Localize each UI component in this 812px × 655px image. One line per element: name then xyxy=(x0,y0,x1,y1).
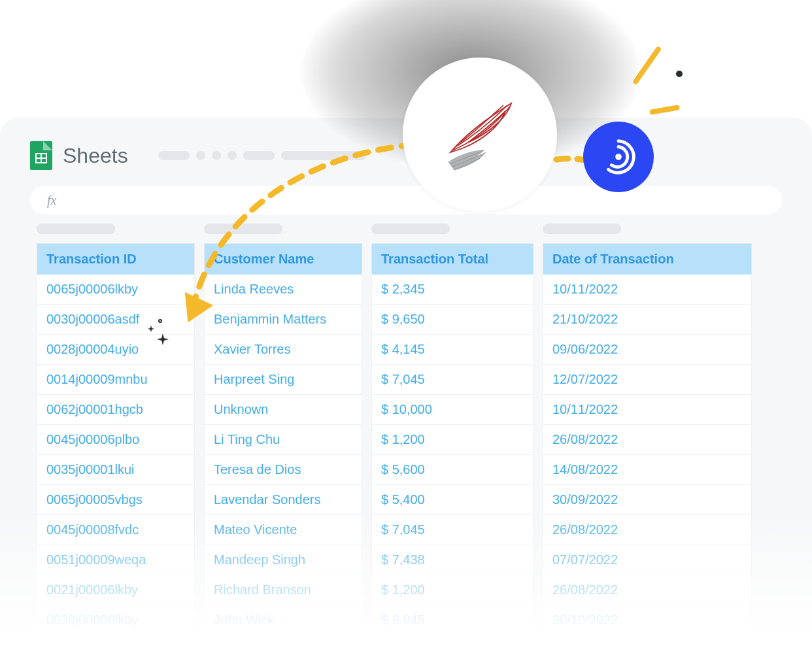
cell-id[interactable]: 0065j00006lkby xyxy=(37,275,195,305)
table-row[interactable]: 0045j00006plboLi Ting Chu$ 1,20026/08/20… xyxy=(37,425,812,455)
cell-id[interactable]: 0051j00009weqa xyxy=(37,545,195,575)
cell-id[interactable]: 0045j00008fvdc xyxy=(37,515,195,545)
table-row[interactable]: 0035j00001lkuiTeresa de Dios$ 5,60014/08… xyxy=(37,455,812,485)
cell-date[interactable]: 26/08/2022 xyxy=(543,425,752,455)
cell-date[interactable]: 28/12/2022 xyxy=(543,635,752,655)
table-row[interactable]: 0028j00004uyioXavier Torres$ 4,14509/06/… xyxy=(37,335,812,365)
cell-id[interactable]: 0021j00006lkby xyxy=(37,575,195,605)
cell-id[interactable]: 0065j00005vbgs xyxy=(37,485,195,515)
cell-total[interactable]: $ 4,245 xyxy=(371,635,533,655)
toolbar-placeholder-group xyxy=(158,151,366,160)
cell-name[interactable]: Hugh Hackman xyxy=(204,635,362,655)
cell-name[interactable]: Teresa de Dios xyxy=(204,455,362,485)
connector-radar-icon xyxy=(598,137,639,177)
cell-name[interactable]: Xavier Torres xyxy=(204,335,362,365)
toolbar-placeholder xyxy=(158,151,190,160)
cell-total[interactable]: $ 5,600 xyxy=(371,455,533,485)
table-row[interactable]: 0065j00005vbgsLavendar Sonders$ 5,40030/… xyxy=(37,485,812,515)
table-row[interactable]: 0065j00006lkbyLinda Reeves$ 2,34510/11/2… xyxy=(37,275,812,305)
column-placeholder-row xyxy=(37,224,812,234)
cell-id[interactable]: 0090j00008uiyt xyxy=(37,635,195,655)
toolbar-placeholder xyxy=(212,151,221,160)
column-placeholder xyxy=(371,224,450,234)
cell-date[interactable]: 07/07/2022 xyxy=(543,545,752,575)
formula-bar[interactable]: fx xyxy=(30,186,782,214)
table-row[interactable]: 0021j00006lkbyRichard Branson$ 1,20026/0… xyxy=(37,575,812,605)
toolbar-placeholder xyxy=(243,151,275,160)
cell-name[interactable]: Mateo Vicente xyxy=(204,515,362,545)
toolbar-placeholder xyxy=(228,151,237,160)
connector-logo-circle xyxy=(583,122,654,192)
toolbar-placeholder xyxy=(196,151,205,160)
cell-id[interactable]: 0014j00009mnbu xyxy=(37,365,195,395)
cell-date[interactable]: 30/10/2022 xyxy=(543,605,752,635)
cell-name[interactable]: Richard Branson xyxy=(204,575,362,605)
cell-total[interactable]: $ 9,650 xyxy=(371,305,533,335)
cell-date[interactable]: 26/08/2022 xyxy=(543,515,752,545)
cell-date[interactable]: 14/08/2022 xyxy=(543,455,752,485)
cell-total[interactable]: $ 7,045 xyxy=(371,515,533,545)
cell-id[interactable]: 0028j00004uyio xyxy=(37,335,195,365)
sheets-window: Sheets fx Transaction ID Customer Name T… xyxy=(0,118,812,655)
table-row[interactable]: 0090j00008uiytHugh Hackman$ 4,24528/12/2… xyxy=(37,635,812,655)
column-placeholder xyxy=(204,224,282,234)
google-sheets-icon xyxy=(30,141,52,170)
cell-total[interactable]: $ 2,345 xyxy=(371,275,533,305)
cell-name[interactable]: Lavendar Sonders xyxy=(204,485,362,515)
col-header-transaction-id[interactable]: Transaction ID xyxy=(37,243,195,275)
cell-date[interactable]: 30/09/2022 xyxy=(543,485,752,515)
col-header-date[interactable]: Date of Transaction xyxy=(543,243,752,275)
cell-id[interactable]: 0062j00001hgcb xyxy=(37,395,195,425)
cell-name[interactable]: Li Ting Chu xyxy=(204,425,362,455)
sql-server-logo-circle xyxy=(403,58,557,212)
cell-total[interactable]: $ 5,400 xyxy=(371,485,533,515)
table-row[interactable]: 0045j00008fvdcMateo Vicente$ 7,04526/08/… xyxy=(37,515,812,545)
cell-id[interactable]: 0030j00006asdf xyxy=(37,305,195,335)
cell-date[interactable]: 10/11/2022 xyxy=(543,275,752,305)
table-header-row: Transaction ID Customer Name Transaction… xyxy=(37,243,812,275)
fx-label: fx xyxy=(47,193,56,208)
cell-date[interactable]: 09/06/2022 xyxy=(543,335,752,365)
column-placeholder xyxy=(543,224,621,234)
col-header-transaction-total[interactable]: Transaction Total xyxy=(371,243,533,275)
cell-date[interactable]: 26/08/2022 xyxy=(543,575,752,605)
cell-name[interactable]: Harpreet Sing xyxy=(204,365,362,395)
cell-date[interactable]: 10/11/2022 xyxy=(543,395,752,425)
svg-point-0 xyxy=(615,154,622,160)
cell-id[interactable]: 0035j00001lkui xyxy=(37,455,195,485)
cell-name[interactable]: Mandeep Singh xyxy=(204,545,362,575)
cell-total[interactable]: $ 8,945 xyxy=(371,605,533,635)
cell-total[interactable]: $ 4,145 xyxy=(371,335,533,365)
data-table: Transaction ID Customer Name Transaction… xyxy=(37,243,812,655)
app-name: Sheets xyxy=(63,144,128,168)
table-row[interactable]: 0062j00001hgcbUnknown$ 10,00010/11/2022 xyxy=(37,395,812,425)
cell-id[interactable]: 0038j00006lkby xyxy=(37,605,195,635)
col-header-customer-name[interactable]: Customer Name xyxy=(204,243,362,275)
cell-name[interactable]: John Wick xyxy=(204,605,362,635)
cell-id[interactable]: 0045j00006plbo xyxy=(37,425,195,455)
cell-total[interactable]: $ 7,438 xyxy=(371,545,533,575)
table-row[interactable]: 0014j00009mnbuHarpreet Sing$ 7,04512/07/… xyxy=(37,365,812,395)
cell-name[interactable]: Benjammin Matters xyxy=(204,305,362,335)
sql-server-icon xyxy=(431,86,529,184)
cell-total[interactable]: $ 1,200 xyxy=(371,425,533,455)
cell-date[interactable]: 21/10/2022 xyxy=(543,305,752,335)
cell-date[interactable]: 12/07/2022 xyxy=(543,365,752,395)
toolbar-placeholder xyxy=(281,151,366,160)
cell-total[interactable]: $ 1,200 xyxy=(371,575,533,605)
cell-total[interactable]: $ 10,000 xyxy=(371,395,533,425)
column-placeholder xyxy=(37,224,115,234)
cell-total[interactable]: $ 7,045 xyxy=(371,365,533,395)
cell-name[interactable]: Linda Reeves xyxy=(204,275,362,305)
cell-name[interactable]: Unknown xyxy=(204,395,362,425)
table-row[interactable]: 0038j00006lkbyJohn Wick$ 8,94530/10/2022 xyxy=(37,605,812,635)
table-row[interactable]: 0051j00009weqaMandeep Singh$ 7,43807/07/… xyxy=(37,545,812,575)
